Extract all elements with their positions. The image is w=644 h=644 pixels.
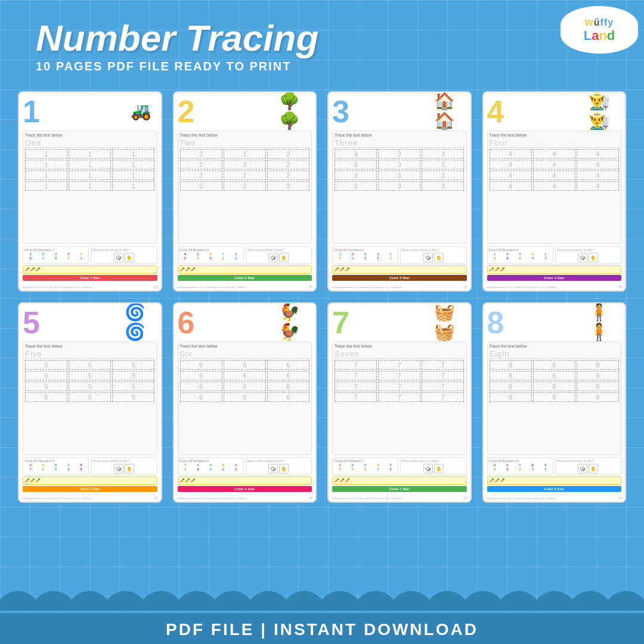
worksheets-container: 1 🚜 Trace the text below One 111111 1111… <box>0 79 644 509</box>
bottom-area: PDF FILE | INSTANT DOWNLOAD <box>0 578 644 644</box>
color-bar: Color 2 Star <box>178 275 312 281</box>
subtitle: 10 PAGES PDF FILE READY TO PRINT <box>36 60 644 73</box>
circle-label: Circle All Numbers 2 <box>179 248 242 252</box>
worksheet-4: 4 👨‍🌾👨‍🌾 Trace the text below Four 44444… <box>482 91 627 292</box>
worksheet-3: 3 🏠🏠 Trace the text below Three 333333 3… <box>327 91 472 292</box>
site-label: wuffyplayandslearn.com | Handmade Educat… <box>332 497 401 500</box>
worksheet-icon: 🌀🌀 <box>125 307 157 337</box>
site-label: wuffyplayandslearn.com | Handmade Educat… <box>487 497 556 500</box>
bottom-footer: PDF FILE | INSTANT DOWNLOAD <box>0 613 644 644</box>
yellow-box: 🥕🥕🥕 <box>23 265 157 274</box>
worksheet-7: 7 🧺🧺 Trace the text below Seven 777777 7… <box>327 302 472 503</box>
color-bar: Color 4 Star <box>487 275 622 281</box>
site-label: wuffyplayandslearn.com | Handmade Educat… <box>487 286 556 289</box>
word-trace: Four <box>490 138 620 148</box>
scallop-svg <box>0 578 644 611</box>
circle-label: Circle All Numbers 7 <box>334 459 397 463</box>
circle-label: Circle All Numbers 5 <box>24 459 87 463</box>
yellow-box: 🥕🥕🥕 <box>178 265 312 274</box>
site-label: wuffyplayandslearn.com | Handmade Educat… <box>177 497 247 500</box>
page-number: 07 <box>464 496 467 500</box>
yellow-box: 🥕🥕🥕 <box>332 476 467 485</box>
site-label: wuffyplayandslearn.com | Handmade Educat… <box>177 286 247 289</box>
circle-label: Circle All Numbers 6 <box>179 459 242 463</box>
footer-text: PDF FILE | INSTANT DOWNLOAD <box>0 620 644 639</box>
word-trace: Two <box>180 138 310 148</box>
main-container: wüffy Land Number Tracing 10 PAGES PDF F… <box>0 0 644 644</box>
word-trace: Three <box>335 138 465 148</box>
color-bar: Color 3 Star <box>332 275 467 281</box>
yellow-box: 🥕🥕🥕 <box>178 476 312 485</box>
logo-container: wüffy Land <box>561 6 638 54</box>
circle-label: Circle All Numbers 1 <box>24 248 87 252</box>
word-trace: Seven <box>335 349 465 359</box>
color-bar: Color 6 Star <box>178 486 312 492</box>
page-number: 06 <box>309 496 312 500</box>
worksheet-icon: 🐓🐓 <box>279 307 312 337</box>
site-label: wuffyplayandslearn.com | Handmade Educat… <box>22 497 92 500</box>
page-number: 03 <box>464 285 467 289</box>
word-trace: Six <box>180 349 310 359</box>
circle-label: Circle All Numbers 8 <box>489 459 552 463</box>
page-number: 08 <box>618 496 622 500</box>
yellow-box: 🥕🥕🥕 <box>487 476 622 485</box>
worksheet-1: 1 🚜 Trace the text below One 111111 1111… <box>18 91 162 292</box>
page-number: 05 <box>154 496 158 500</box>
page-number: 02 <box>309 285 312 289</box>
circle-label: Circle All Numbers 3 <box>334 248 397 252</box>
worksheet-icon: 🏠🏠 <box>434 96 467 126</box>
worksheet-icon: 👨‍🌾👨‍🌾 <box>589 96 621 126</box>
worksheet-8: 8 🧍🧍 Trace the text below Eight 888888 8… <box>482 302 627 503</box>
worksheet-2: 2 🌳🌳 Trace the text below Two 222222 222… <box>173 91 317 292</box>
page-number: 04 <box>618 285 622 289</box>
color-bar: Color 5 Star <box>23 486 157 492</box>
color-bar: Color 8 Star <box>487 486 622 492</box>
color-bar: Color 1 Star <box>23 275 157 281</box>
logo: wüffy Land <box>584 17 615 43</box>
yellow-box: 🥕🥕🥕 <box>332 265 467 274</box>
title-section: Number Tracing 10 PAGES PDF FILE READY T… <box>0 0 644 79</box>
word-trace: One <box>25 138 155 148</box>
main-title: Number Tracing <box>36 18 644 58</box>
color-bar: Color 7 Star <box>332 486 467 492</box>
worksheet-icon: 🧺🧺 <box>434 307 467 337</box>
word-trace: Eight <box>490 349 620 359</box>
svg-rect-1 <box>0 578 644 611</box>
page-number: 01 <box>154 285 158 289</box>
worksheet-5: 5 🌀🌀 Trace the text below Five 555555 55… <box>18 302 162 503</box>
worksheet-icon: 🚜 <box>125 96 157 126</box>
yellow-box: 🥕🥕🥕 <box>487 265 622 274</box>
site-label: wuffyplayandslearn.com | Handmade Educat… <box>22 286 92 289</box>
worksheet-icon: 🌳🌳 <box>279 96 312 126</box>
yellow-box: 🥕🥕🥕 <box>23 476 157 485</box>
worksheet-icon: 🧍🧍 <box>589 307 621 337</box>
circle-label: Circle All Numbers 4 <box>489 248 552 252</box>
site-label: wuffyplayandslearn.com | Handmade Educat… <box>332 286 401 289</box>
word-trace: Five <box>25 349 155 359</box>
worksheet-6: 6 🐓🐓 Trace the text below Six 666666 666… <box>173 302 317 503</box>
